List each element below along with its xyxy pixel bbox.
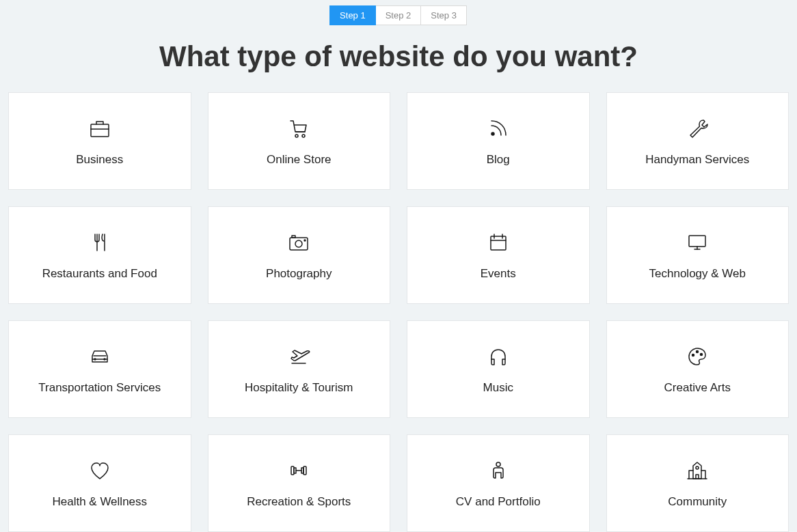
- svg-point-13: [701, 353, 703, 355]
- heart-icon: [87, 458, 112, 483]
- category-restaurants[interactable]: Restaurants and Food: [8, 206, 191, 304]
- camera-icon: [286, 230, 311, 255]
- category-events[interactable]: Events: [407, 206, 590, 304]
- category-grid: Business Online Store Blog Handyman Serv…: [0, 92, 797, 532]
- category-business[interactable]: Business: [8, 92, 191, 190]
- category-music[interactable]: Music: [407, 320, 590, 418]
- svg-point-10: [104, 359, 105, 360]
- svg-rect-0: [91, 124, 109, 137]
- category-label: Transportation Services: [38, 381, 161, 395]
- step-1[interactable]: Step 1: [329, 5, 376, 25]
- category-creative-arts[interactable]: Creative Arts: [606, 320, 789, 418]
- svg-point-1: [295, 135, 298, 137]
- wrench-icon: [685, 116, 710, 141]
- svg-point-2: [302, 135, 305, 137]
- category-label: Creative Arts: [664, 381, 731, 395]
- category-label: Blog: [487, 153, 510, 167]
- svg-point-12: [697, 350, 699, 352]
- step-2[interactable]: Step 2: [375, 5, 422, 25]
- category-label: Handyman Services: [645, 153, 749, 167]
- svg-point-6: [304, 240, 306, 241]
- category-label: Health & Wellness: [52, 495, 147, 509]
- category-label: Hospitality & Tourism: [245, 381, 353, 395]
- category-label: Recreation & Sports: [247, 495, 351, 509]
- briefcase-icon: [87, 116, 112, 141]
- svg-point-18: [496, 462, 500, 466]
- svg-rect-7: [491, 236, 506, 250]
- category-online-store[interactable]: Online Store: [208, 92, 391, 190]
- category-label: CV and Portfolio: [456, 495, 541, 509]
- plane-icon: [286, 344, 311, 369]
- steps-nav: Step 1 Step 2 Step 3: [0, 0, 797, 25]
- category-label: Online Store: [267, 153, 332, 167]
- category-label: Technology & Web: [649, 267, 746, 281]
- category-handyman[interactable]: Handyman Services: [606, 92, 789, 190]
- monitor-icon: [685, 230, 710, 255]
- headphones-icon: [486, 344, 511, 369]
- svg-point-5: [295, 240, 302, 247]
- rss-icon: [486, 116, 511, 141]
- category-photography[interactable]: Photography: [208, 206, 391, 304]
- category-label: Photography: [266, 267, 332, 281]
- cart-icon: [286, 116, 311, 141]
- category-label: Community: [668, 495, 727, 509]
- svg-point-19: [696, 466, 699, 469]
- step-3[interactable]: Step 3: [420, 5, 467, 25]
- car-icon: [87, 344, 112, 369]
- category-community[interactable]: Community: [606, 434, 789, 532]
- category-recreation[interactable]: Recreation & Sports: [208, 434, 391, 532]
- svg-point-11: [692, 354, 694, 356]
- category-hospitality[interactable]: Hospitality & Tourism: [208, 320, 391, 418]
- category-transportation[interactable]: Transportation Services: [8, 320, 191, 418]
- calendar-icon: [486, 230, 511, 255]
- category-label: Restaurants and Food: [42, 267, 157, 281]
- svg-rect-8: [689, 236, 705, 247]
- person-icon: [486, 458, 511, 483]
- dumbbell-icon: [286, 458, 311, 483]
- category-technology[interactable]: Technology & Web: [606, 206, 789, 304]
- svg-point-3: [491, 132, 494, 135]
- category-blog[interactable]: Blog: [407, 92, 590, 190]
- category-health[interactable]: Health & Wellness: [8, 434, 191, 532]
- page-title: What type of website do you want?: [0, 40, 797, 73]
- category-label: Music: [483, 381, 513, 395]
- category-label: Business: [76, 153, 123, 167]
- building-icon: [685, 458, 710, 483]
- utensils-icon: [87, 230, 112, 255]
- category-label: Events: [481, 267, 516, 281]
- category-cv-portfolio[interactable]: CV and Portfolio: [407, 434, 590, 532]
- palette-icon: [685, 344, 710, 369]
- svg-point-9: [94, 359, 96, 360]
